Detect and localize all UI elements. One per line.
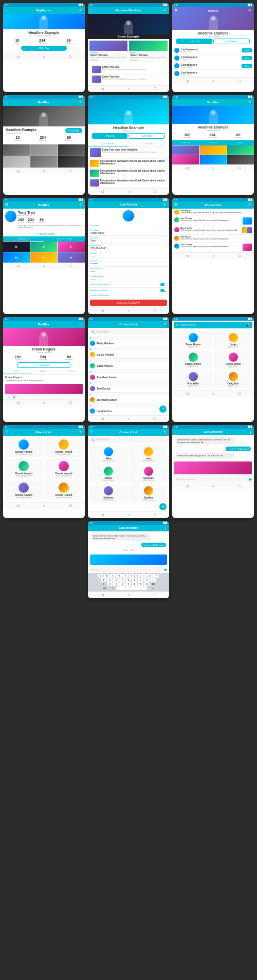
field-firstname[interactable]: First Name Angel Wood [88, 228, 170, 236]
key-g[interactable]: G [125, 578, 131, 582]
home-icon[interactable]: ○ [127, 190, 130, 194]
recent-icon[interactable]: □ [69, 401, 71, 405]
recent-icon[interactable]: □ [238, 166, 241, 170]
key-i[interactable]: I [141, 574, 146, 578]
key-e[interactable]: E [110, 574, 116, 578]
back-icon[interactable]: ◁ [101, 309, 103, 313]
app-bar-highlights[interactable]: ☰ Highlights 🔍 [3, 7, 85, 14]
key-emoji[interactable]: ☺ [110, 586, 116, 590]
follow-button-bw[interactable]: FOLLOW [65, 128, 82, 133]
share-action[interactable]: ↗ [20, 396, 21, 399]
recent-icon[interactable]: □ [238, 484, 241, 488]
key-b[interactable]: B [132, 582, 137, 586]
follow-btn-3[interactable]: Follow [242, 64, 252, 68]
key-y[interactable]: Y [128, 574, 134, 578]
field-new-password[interactable]: New Password ------ [88, 267, 170, 274]
contact-1[interactable]: Philip Watkins [88, 340, 170, 347]
search-icon[interactable]: 🔍 [163, 322, 167, 326]
recent-icon[interactable]: □ [154, 309, 156, 313]
search-icon[interactable]: 🔍 [163, 9, 167, 12]
search-contact-1[interactable]: Trevor Hunter @gmail.com [174, 331, 212, 349]
back-icon[interactable]: ← [174, 430, 178, 434]
video-5[interactable] [30, 252, 57, 263]
video-4[interactable] [3, 252, 30, 263]
search-icon[interactable]: 🔍 [248, 9, 252, 12]
c2-contact-6[interactable]: Sanders 020-621-6345 [129, 485, 168, 503]
home-icon[interactable]: ○ [43, 264, 45, 268]
key-shift[interactable]: ⇧ [101, 582, 106, 586]
back-icon[interactable]: ◁ [186, 484, 188, 488]
back-icon[interactable]: ◁ [101, 87, 103, 91]
menu-icon[interactable]: ☰ [90, 8, 93, 12]
menu-icon[interactable]: ☰ [5, 322, 8, 326]
home-icon[interactable]: ○ [212, 392, 214, 396]
back-icon[interactable]: ◁ [186, 392, 188, 396]
app-bar-personal[interactable]: ☰ Personal Profiles 🔍 [88, 7, 170, 14]
more-icon[interactable]: ⋮ [164, 526, 167, 530]
field-password[interactable]: Password •••••••• [88, 259, 170, 267]
contact-4[interactable]: Jonathan James [88, 374, 170, 381]
tab-photos[interactable]: PHOTOS [172, 140, 199, 145]
tab-videos[interactable]: VIDEOS [199, 140, 227, 145]
key-m[interactable]: M [144, 582, 150, 586]
app-bar-friends[interactable]: ☰ Friend List 🔍 [3, 429, 85, 436]
menu-icon[interactable]: ☰ [5, 100, 8, 104]
key-s[interactable]: S [107, 578, 113, 582]
key-o[interactable]: O [147, 574, 153, 578]
app-bar-frank[interactable]: ☰ Profiles 🛒 [3, 321, 85, 328]
contact-3[interactable]: Adam Wilson [88, 362, 170, 370]
recent-icon[interactable]: □ [154, 513, 156, 517]
add-friend[interactable]: + + Add as Friend [3, 231, 85, 236]
key-p[interactable]: P [153, 574, 159, 578]
app-bar-contacts[interactable]: ☰ Contact List 🔍 [88, 321, 170, 328]
back-icon[interactable]: ◁ [101, 190, 103, 194]
back-icon[interactable]: ◁ [16, 504, 19, 508]
back-icon[interactable]: ◁ [16, 55, 19, 59]
home-icon[interactable]: ○ [127, 417, 130, 421]
key-f[interactable]: F [119, 578, 125, 582]
back-icon[interactable]: ◁ [101, 593, 103, 597]
app-bar-notification[interactable]: ☰ Notification 🔍 [172, 201, 254, 209]
app-bar-tony[interactable]: ☰ Profiles 🔍 [3, 201, 85, 209]
home-icon[interactable]: ○ [212, 79, 214, 83]
like-action[interactable]: ♡ 22 [5, 396, 10, 399]
key-x[interactable]: X [113, 582, 119, 586]
back-icon[interactable]: ← [90, 203, 94, 207]
key-123[interactable]: 123 [99, 586, 109, 590]
key-a[interactable]: A [101, 578, 106, 582]
search-icon[interactable]: 🔍 [163, 203, 167, 207]
key-space[interactable] [116, 586, 147, 590]
recent-icon[interactable]: □ [69, 504, 71, 508]
friend-5[interactable]: Dennis Howard marcus@gmail.com [5, 480, 43, 501]
cart-icon[interactable]: 🛒 [79, 322, 83, 326]
field-direct-notif[interactable]: Send Direct Notifications [88, 293, 170, 298]
menu-icon[interactable]: ☰ [174, 100, 177, 104]
conv2-input[interactable]: Message... [89, 567, 164, 572]
follow-button[interactable]: + FOLLOW [176, 39, 212, 44]
video-2[interactable] [30, 242, 57, 252]
friend-4[interactable]: Dennis Howard marcus@gmail.com [45, 459, 83, 479]
contact-6[interactable]: Jeremiah Harper [88, 396, 170, 404]
field-refresh[interactable]: Refresh automatically [88, 288, 170, 293]
video-3[interactable] [58, 242, 84, 252]
recent-icon[interactable]: □ [238, 254, 241, 258]
home-icon[interactable]: ○ [127, 87, 130, 91]
friend-1[interactable]: Dennis Howard dennis@yahoo.com [5, 437, 43, 457]
c2-contact-2[interactable]: Ivan 020-621-6345 [129, 446, 168, 464]
key-enter[interactable]: ⏎ [148, 586, 158, 590]
back-icon[interactable]: ◁ [186, 166, 188, 170]
app-bar-contacts-2[interactable]: ☰ Contact List 🔍 [88, 429, 170, 436]
key-t[interactable]: T [122, 574, 128, 578]
mic-icon[interactable]: 🎤 [246, 323, 250, 327]
back-icon[interactable]: ◁ [16, 401, 19, 405]
c2-contact-4[interactable]: Gonzalez 020-621-6345 [129, 465, 168, 483]
app-bar-people[interactable]: ✕ People 🔍 [172, 7, 254, 14]
app-bar-conversation[interactable]: ← Conversation ⋮ [172, 429, 254, 435]
tab-post[interactable]: POST [3, 369, 30, 374]
follow-btn-2[interactable]: Follow [242, 56, 252, 60]
menu-icon[interactable]: ☰ [90, 430, 93, 434]
recent-icon[interactable]: □ [69, 169, 71, 173]
message-button-detail[interactable]: ✉ MESSAGE [128, 133, 165, 139]
key-n[interactable]: N [138, 582, 143, 586]
refresh-toggle[interactable] [160, 289, 167, 292]
